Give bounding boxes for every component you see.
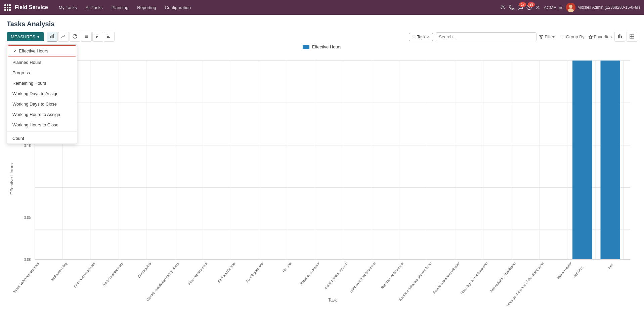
toolbar: MEASURES ▼ Effective Hours Planned Hours… xyxy=(7,32,637,42)
svg-rect-40 xyxy=(632,34,634,36)
dropdown-item-remaining-hours[interactable]: Remaining Hours xyxy=(7,78,77,88)
svg-rect-16 xyxy=(51,35,52,38)
svg-rect-4 xyxy=(7,7,8,8)
close-icon[interactable] xyxy=(535,4,541,10)
user-avatar xyxy=(566,3,575,12)
svg-point-13 xyxy=(569,5,572,8)
nav-all-tasks[interactable]: All Tasks xyxy=(82,3,107,12)
task-filter-tag: Task ✕ xyxy=(409,33,433,41)
svg-text:Water Heater: Water Heater xyxy=(557,261,572,280)
svg-text:Secure basement window: Secure basement window xyxy=(432,261,460,295)
svg-rect-22 xyxy=(96,35,98,35)
page-title: Tasks Analysis xyxy=(7,20,637,28)
star-icon xyxy=(589,35,593,39)
bug-icon[interactable] xyxy=(500,4,506,10)
svg-rect-23 xyxy=(96,36,98,37)
chart-type-buttons xyxy=(47,32,115,42)
group-by-button[interactable]: Group By xyxy=(561,34,585,39)
svg-rect-0 xyxy=(4,4,6,6)
grid-view-button[interactable] xyxy=(627,32,637,42)
nav-reporting[interactable]: Reporting xyxy=(133,3,160,12)
bar-install[interactable] xyxy=(572,61,592,259)
nav-my-tasks[interactable]: My Tasks xyxy=(55,3,81,12)
svg-text:Table legs are unbalanced: Table legs are unbalanced xyxy=(460,261,488,295)
svg-marker-31 xyxy=(540,35,543,39)
svg-text:0.05: 0.05 xyxy=(24,215,31,220)
filter-actions: Filters Group By Favorites xyxy=(539,34,612,39)
group-icon xyxy=(561,35,565,39)
dropdown-item-progress[interactable]: Progress xyxy=(7,68,77,78)
svg-rect-20 xyxy=(85,36,88,37)
svg-rect-27 xyxy=(107,37,110,38)
chart-area: 0.00 0.05 0.10 Effective Hours xyxy=(7,52,637,306)
measures-button[interactable]: MEASURES ▼ xyxy=(7,32,44,41)
nav-links: My Tasks All Tasks Planning Reporting Co… xyxy=(55,3,499,12)
svg-text:Replace defective shower head: Replace defective shower head xyxy=(399,261,432,302)
bar-test[interactable] xyxy=(601,61,620,259)
filter-remove-button[interactable]: ✕ xyxy=(427,35,430,39)
moon-icon[interactable]: 29 xyxy=(526,4,532,10)
svg-rect-21 xyxy=(85,35,88,36)
top-navigation: Field Service My Tasks All Tasks Plannin… xyxy=(0,0,644,15)
svg-text:Electric installation safety c: Electric installation safety check xyxy=(146,261,180,302)
filters-button[interactable]: Filters xyxy=(539,34,556,39)
favorites-button[interactable]: Favorites xyxy=(589,34,612,39)
svg-text:Two radiators installation: Two radiators installation xyxy=(489,261,516,294)
measures-dropdown-menu: Effective Hours Planned Hours Progress R… xyxy=(7,44,77,144)
dropdown-item-effective-hours[interactable]: Effective Hours xyxy=(8,45,76,56)
y-axis-label: Effective Hours xyxy=(9,163,14,195)
measures-dropdown-container: MEASURES ▼ Effective Hours Planned Hours… xyxy=(7,32,44,41)
svg-text:Light switch replacement: Light switch replacement xyxy=(349,261,376,294)
svg-text:Bathroom tiling: Bathroom tiling xyxy=(50,261,68,282)
svg-rect-3 xyxy=(4,7,6,8)
svg-text:Install pipeline system: Install pipeline system xyxy=(324,261,348,290)
filter-icon xyxy=(539,35,543,39)
view-toggle xyxy=(614,32,637,42)
svg-rect-5 xyxy=(9,7,11,8)
line-chart-button[interactable] xyxy=(58,32,69,42)
svg-text:INSTALL: INSTALL xyxy=(573,265,584,279)
desc-sort-button[interactable] xyxy=(92,32,103,42)
app-grid-icon[interactable] xyxy=(4,4,11,11)
bar-chart-button[interactable] xyxy=(47,32,57,42)
svg-text:Install air extractor: Install air extractor xyxy=(299,261,320,286)
legend-label: Effective Hours xyxy=(312,44,342,49)
nav-company[interactable]: ACME Inc xyxy=(544,5,563,10)
dropdown-item-working-days-assign[interactable]: Working Days to Assign xyxy=(7,88,77,99)
dropdown-item-count[interactable]: Count xyxy=(7,133,77,144)
dropdown-item-planned-hours[interactable]: Planned Hours xyxy=(7,57,77,68)
stack-chart-button[interactable] xyxy=(81,32,92,42)
user-name: Mitchell Admin (12368280-15-0-all) xyxy=(577,5,640,10)
dropdown-item-working-hours-assign[interactable]: Working Hours to Assign xyxy=(7,109,77,120)
search-input[interactable] xyxy=(436,32,536,41)
svg-rect-41 xyxy=(630,37,632,39)
svg-rect-6 xyxy=(4,9,6,11)
bar-view-button[interactable] xyxy=(614,32,625,42)
svg-rect-26 xyxy=(107,36,109,37)
svg-text:Check joints: Check joints xyxy=(137,261,152,279)
pie-chart-button[interactable] xyxy=(70,32,80,42)
chat-icon[interactable]: 17 xyxy=(517,4,523,10)
svg-rect-24 xyxy=(96,37,97,38)
svg-rect-7 xyxy=(7,9,8,11)
dropdown-item-working-hours-close[interactable]: Working Hours to Close xyxy=(7,120,77,130)
svg-marker-35 xyxy=(589,35,592,39)
svg-text:Radiator replacement: Radiator replacement xyxy=(380,261,404,290)
svg-rect-36 xyxy=(618,35,619,38)
svg-rect-37 xyxy=(619,34,620,38)
nav-planning[interactable]: Planning xyxy=(108,3,133,12)
chart-container: Effective Hours 0.00 0.05 0.10 Effective… xyxy=(7,44,637,312)
svg-text:Fix Clogged line: Fix Clogged line xyxy=(246,261,264,283)
svg-rect-39 xyxy=(630,34,632,36)
svg-rect-38 xyxy=(621,36,622,38)
nav-configuration[interactable]: Configuration xyxy=(161,3,195,12)
nav-user[interactable]: Mitchell Admin (12368280-15-0-all) xyxy=(566,3,640,12)
dropdown-item-working-days-close[interactable]: Working Days to Close xyxy=(7,99,77,109)
asc-sort-button[interactable] xyxy=(104,32,115,42)
list-icon xyxy=(412,35,416,39)
svg-text:Fix sink: Fix sink xyxy=(282,261,292,273)
svg-text:0.00: 0.00 xyxy=(24,257,31,262)
app-title: Field Service xyxy=(15,4,48,10)
legend-color-swatch xyxy=(303,45,309,49)
phone-icon[interactable] xyxy=(509,4,515,10)
